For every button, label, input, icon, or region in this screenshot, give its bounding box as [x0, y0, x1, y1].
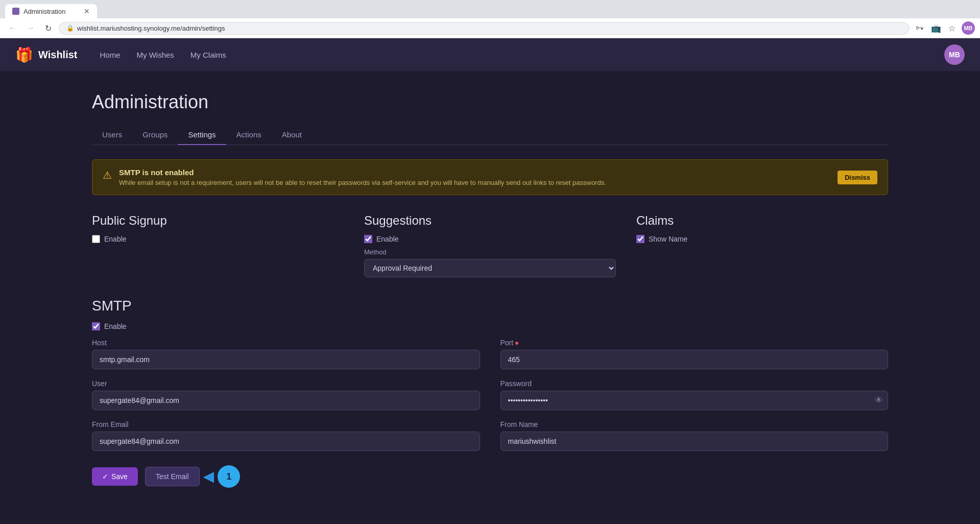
key-icon[interactable]: 🗝 — [914, 22, 926, 34]
public-signup-enable-row: Enable — [92, 235, 344, 243]
tab-about[interactable]: About — [272, 125, 312, 145]
user-avatar[interactable]: MB — [944, 44, 965, 65]
navbar: 🎁 Wishlist Home My Wishes My Claims MB — [0, 38, 980, 71]
address-bar[interactable]: 🔒 wishlist.mariushosting.synology.me/adm… — [59, 22, 910, 35]
tab-settings[interactable]: Settings — [178, 125, 226, 145]
user-input[interactable] — [92, 391, 480, 410]
admin-tabs: Users Groups Settings Actions About — [92, 125, 888, 145]
claims-show-name-label: Show Name — [649, 235, 687, 243]
checkmark-icon: ✓ — [102, 472, 108, 481]
smtp-enable-checkbox[interactable] — [92, 322, 100, 330]
claims-show-name-checkbox[interactable] — [636, 235, 644, 243]
action-buttons: ✓ Save Test Email ◄ 1 — [92, 465, 888, 488]
from-name-label: From Name — [500, 420, 889, 428]
from-email-label: From Email — [92, 420, 480, 428]
host-input[interactable] — [92, 350, 480, 369]
smtp-enable-row: Enable — [92, 322, 888, 330]
navbar-brand[interactable]: 🎁 Wishlist — [15, 46, 78, 63]
lock-icon: 🔒 — [66, 25, 74, 32]
nav-link-my-claims[interactable]: My Claims — [183, 46, 233, 63]
public-signup-title: Public Signup — [92, 213, 344, 228]
save-button[interactable]: ✓ Save — [92, 467, 138, 486]
annotation-badge: 1 — [218, 465, 240, 488]
suggestions-enable-row: Enable — [364, 235, 616, 243]
password-toggle-button[interactable]: 👁 — [875, 396, 883, 405]
port-label: Port — [500, 339, 889, 347]
alert-title: SMTP is not enabled — [119, 168, 830, 177]
password-input-wrapper: 👁 — [500, 391, 889, 410]
browser-tabs: Administration ✕ — [5, 4, 975, 18]
claims-section: Claims Show Name — [636, 213, 888, 277]
settings-sections: Public Signup Enable Suggestions Enable … — [92, 213, 888, 277]
port-input[interactable] — [500, 350, 889, 369]
brand-name: Wishlist — [38, 49, 78, 61]
from-email-field: From Email — [92, 420, 480, 451]
nav-link-my-wishes[interactable]: My Wishes — [130, 46, 181, 63]
browser-tab[interactable]: Administration ✕ — [5, 4, 97, 18]
from-email-input[interactable] — [92, 432, 480, 451]
warning-icon: ⚠ — [103, 169, 112, 181]
back-button[interactable]: ← — [5, 22, 19, 34]
port-field: Port — [500, 339, 889, 369]
main-content: Administration Users Groups Settings Act… — [0, 71, 980, 508]
smtp-alert-banner: ⚠ SMTP is not enabled While email setup … — [92, 159, 888, 195]
suggestions-method-label: Method — [364, 248, 616, 256]
url-text: wishlist.mariushosting.synology.me/admin… — [77, 25, 225, 32]
from-name-field: From Name — [500, 420, 889, 451]
alert-description: While email setup is not a requirement, … — [119, 179, 830, 186]
forward-button[interactable]: → — [23, 22, 38, 34]
tab-title: Administration — [23, 8, 65, 15]
suggestions-title: Suggestions — [364, 213, 616, 228]
browser-chrome: Administration ✕ — [0, 0, 980, 18]
smtp-enable-label: Enable — [104, 322, 127, 330]
password-input[interactable] — [500, 391, 889, 410]
nav-link-home[interactable]: Home — [93, 46, 128, 63]
test-email-annotation: Test Email ◄ 1 — [145, 465, 240, 488]
smtp-form-grid: Host Port User Password — [92, 339, 888, 451]
reload-button[interactable]: ↻ — [42, 22, 55, 34]
host-field: Host — [92, 339, 480, 369]
brand-icon: 🎁 — [15, 46, 33, 63]
suggestions-enable-checkbox[interactable] — [364, 235, 372, 243]
alert-content: SMTP is not enabled While email setup is… — [119, 168, 830, 186]
dismiss-button[interactable]: Dismiss — [838, 171, 877, 184]
page-title: Administration — [92, 91, 888, 113]
password-label: Password — [500, 379, 889, 388]
browser-profile-avatar[interactable]: MB — [962, 21, 975, 35]
user-label: User — [92, 379, 480, 388]
public-signup-enable-checkbox[interactable] — [92, 235, 100, 243]
smtp-title: SMTP — [92, 298, 888, 314]
toolbar-icons: 🗝 📺 ☆ — [914, 22, 958, 34]
tab-close-icon[interactable]: ✕ — [84, 7, 90, 15]
tab-favicon — [12, 8, 19, 15]
public-signup-section: Public Signup Enable — [92, 213, 344, 277]
password-field: Password 👁 — [500, 379, 889, 410]
cast-icon[interactable]: 📺 — [929, 22, 943, 34]
smtp-section: SMTP Enable Host Port — [92, 298, 888, 488]
navbar-links: Home My Wishes My Claims — [93, 46, 929, 63]
user-field: User — [92, 379, 480, 410]
claims-show-name-row: Show Name — [636, 235, 888, 243]
tab-actions[interactable]: Actions — [226, 125, 272, 145]
required-indicator — [515, 342, 518, 345]
app-container: 🎁 Wishlist Home My Wishes My Claims MB A… — [0, 38, 980, 524]
tab-users[interactable]: Users — [92, 125, 132, 145]
host-label: Host — [92, 339, 480, 347]
star-icon[interactable]: ☆ — [946, 22, 958, 34]
public-signup-enable-label: Enable — [104, 235, 127, 243]
from-name-input[interactable] — [500, 432, 889, 451]
test-email-button[interactable]: Test Email — [145, 467, 200, 486]
suggestions-enable-label: Enable — [376, 235, 399, 243]
arrow-icon: ◄ — [200, 467, 218, 486]
tab-groups[interactable]: Groups — [132, 125, 178, 145]
browser-toolbar: ← → ↻ 🔒 wishlist.mariushosting.synology.… — [0, 18, 980, 38]
suggestions-section: Suggestions Enable Method Approval Requi… — [364, 213, 616, 277]
claims-title: Claims — [636, 213, 888, 228]
suggestions-method-select[interactable]: Approval RequiredAuto ApproveDisabled — [364, 259, 616, 277]
